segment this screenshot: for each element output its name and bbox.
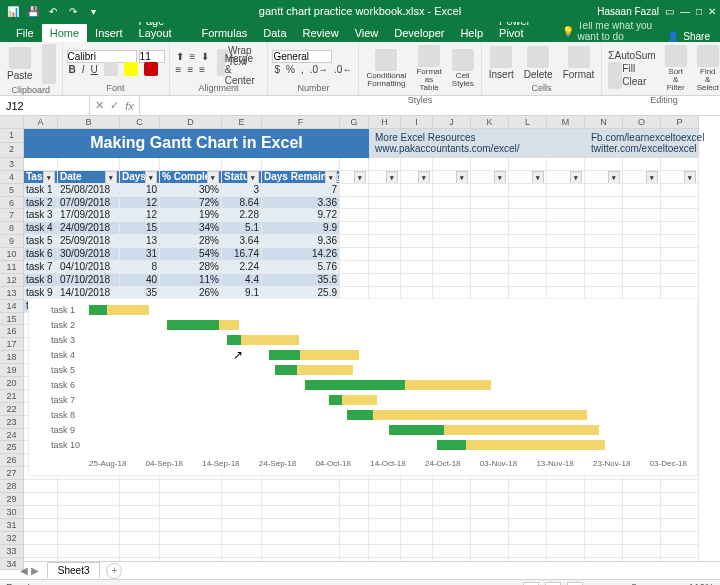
cell[interactable] [433, 480, 471, 493]
row-header[interactable]: 2 [0, 143, 24, 158]
row-header[interactable]: 30 [0, 506, 24, 519]
cell[interactable]: Status [222, 171, 262, 184]
cell[interactable] [661, 506, 699, 519]
cell[interactable] [471, 197, 509, 210]
cell[interactable]: 14.26 [262, 248, 340, 261]
col-header[interactable]: A [24, 116, 58, 129]
cell[interactable] [585, 222, 623, 235]
cell[interactable] [471, 171, 509, 184]
cell[interactable] [471, 222, 509, 235]
cell[interactable] [585, 158, 623, 171]
align-bottom-button[interactable]: ⬇ [199, 50, 211, 63]
cell[interactable] [120, 519, 160, 532]
underline-button[interactable]: U [89, 63, 100, 76]
cell[interactable] [340, 222, 369, 235]
cell[interactable] [547, 261, 585, 274]
cell[interactable] [401, 274, 433, 287]
number-format[interactable] [272, 50, 332, 63]
cell[interactable] [340, 558, 369, 562]
new-sheet-button[interactable]: + [106, 563, 122, 579]
row-header[interactable]: 13 [0, 287, 24, 300]
cell[interactable]: task 6 [24, 248, 58, 261]
cell[interactable] [661, 532, 699, 545]
cell[interactable] [340, 480, 369, 493]
cell[interactable] [24, 506, 58, 519]
cell[interactable] [509, 261, 547, 274]
align-top-button[interactable]: ⬆ [174, 50, 186, 63]
cell[interactable] [401, 171, 433, 184]
cell[interactable] [369, 235, 401, 248]
align-center-button[interactable]: ≡ [185, 63, 195, 76]
cell[interactable] [262, 545, 340, 558]
cell[interactable] [471, 558, 509, 562]
tab-nav[interactable]: ◀ ▶ [20, 565, 39, 576]
redo-icon[interactable]: ↷ [66, 4, 80, 18]
cell[interactable] [661, 158, 699, 171]
row-header[interactable]: 25 [0, 441, 24, 454]
cell[interactable] [547, 532, 585, 545]
row-header[interactable]: 28 [0, 480, 24, 493]
cell[interactable] [471, 480, 509, 493]
fx-icon[interactable]: fx [125, 100, 134, 112]
cell[interactable]: 13 [120, 235, 160, 248]
cell[interactable] [222, 158, 262, 171]
cell[interactable] [509, 171, 547, 184]
row-header[interactable]: 6 [0, 197, 24, 210]
col-header[interactable]: F [262, 116, 340, 129]
cell[interactable] [623, 209, 661, 222]
cell[interactable] [471, 274, 509, 287]
cell[interactable] [58, 558, 120, 562]
cell[interactable] [262, 493, 340, 506]
cell[interactable] [24, 493, 58, 506]
cell[interactable]: 7 [262, 184, 340, 197]
cell[interactable] [340, 158, 369, 171]
cell[interactable]: 4.4 [222, 274, 262, 287]
cell[interactable] [547, 171, 585, 184]
cell[interactable] [585, 171, 623, 184]
row-header[interactable]: 12 [0, 274, 24, 287]
cell[interactable] [433, 209, 471, 222]
cell[interactable]: task 1 [24, 184, 58, 197]
cell[interactable]: 2.28 [222, 209, 262, 222]
cell[interactable] [369, 532, 401, 545]
col-header[interactable]: B [58, 116, 120, 129]
row-header[interactable]: 32 [0, 532, 24, 545]
cell[interactable] [661, 545, 699, 558]
qat-more-icon[interactable]: ▾ [86, 4, 100, 18]
row-header[interactable]: 9 [0, 235, 24, 248]
cell[interactable] [340, 197, 369, 210]
cell[interactable] [401, 506, 433, 519]
cell[interactable] [401, 532, 433, 545]
cell[interactable] [547, 222, 585, 235]
cell[interactable] [340, 248, 369, 261]
clear-button[interactable]: Clear [606, 75, 657, 88]
cell[interactable] [120, 506, 160, 519]
cell[interactable] [547, 184, 585, 197]
cut-button[interactable] [40, 44, 58, 57]
tab-review[interactable]: Review [295, 24, 347, 42]
cell[interactable]: 11% [160, 274, 222, 287]
cell[interactable] [623, 274, 661, 287]
cell[interactable] [401, 197, 433, 210]
cell[interactable] [369, 274, 401, 287]
cell-styles-button[interactable]: Cell Styles [449, 48, 477, 89]
cell[interactable] [547, 493, 585, 506]
cell[interactable] [509, 248, 547, 261]
gantt-chart[interactable]: task 1task 2task 3task 4task 5task 6task… [28, 298, 698, 476]
cell[interactable] [623, 261, 661, 274]
copy-button[interactable] [40, 57, 58, 70]
cell[interactable] [585, 197, 623, 210]
cell[interactable]: 24/09/2018 [58, 222, 120, 235]
cell[interactable] [509, 209, 547, 222]
row-header[interactable]: 5 [0, 184, 24, 197]
cell[interactable] [661, 519, 699, 532]
tab-view[interactable]: View [347, 24, 387, 42]
cell[interactable]: 3.36 [262, 197, 340, 210]
cell[interactable] [369, 171, 401, 184]
cell[interactable] [401, 184, 433, 197]
cell[interactable] [509, 532, 547, 545]
cell[interactable]: task 5 [24, 235, 58, 248]
cell[interactable]: 28% [160, 261, 222, 274]
insert-cells-button[interactable]: Insert [486, 45, 517, 81]
row-header[interactable]: 21 [0, 390, 24, 403]
